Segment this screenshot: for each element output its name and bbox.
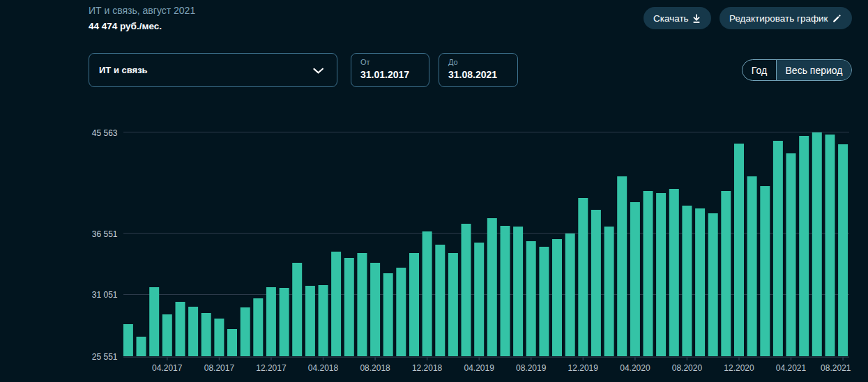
svg-text:04.2019: 04.2019 <box>464 363 495 373</box>
svg-text:12.2019: 12.2019 <box>568 363 599 373</box>
svg-text:08.2019: 08.2019 <box>516 363 547 373</box>
svg-text:08.2018: 08.2018 <box>360 363 390 373</box>
svg-text:36 551: 36 551 <box>92 229 118 239</box>
svg-text:12.2020: 12.2020 <box>724 363 754 373</box>
svg-text:08.2021: 08.2021 <box>821 363 851 373</box>
svg-text:12.2017: 12.2017 <box>256 363 287 373</box>
svg-text:04.2017: 04.2017 <box>152 363 183 373</box>
svg-text:04.2020: 04.2020 <box>620 363 650 373</box>
svg-text:04.2021: 04.2021 <box>776 363 807 373</box>
svg-text:31 051: 31 051 <box>92 290 118 300</box>
svg-text:25 551: 25 551 <box>92 352 118 362</box>
svg-text:08.2020: 08.2020 <box>672 363 703 373</box>
svg-text:45 563: 45 563 <box>92 128 118 138</box>
svg-text:12.2018: 12.2018 <box>412 363 443 373</box>
svg-text:04.2018: 04.2018 <box>308 363 339 373</box>
svg-text:08.2017: 08.2017 <box>204 363 235 373</box>
